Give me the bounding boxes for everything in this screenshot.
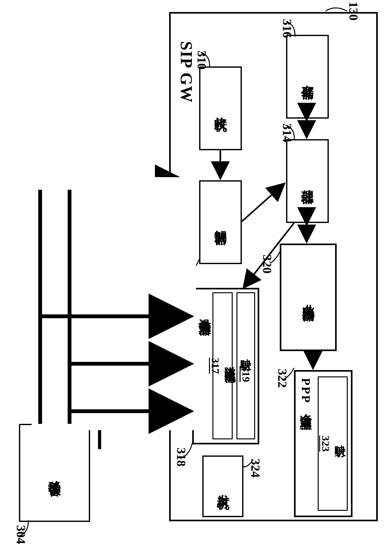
receiver-box: 接收机: [199, 66, 242, 150]
mobile-device-label: 移动设备: [46, 470, 63, 475]
receiver-label: 接收机: [212, 107, 229, 110]
reg-map-box: 映射 319: [236, 292, 255, 439]
device-registrar-label: 设备注册器: [196, 308, 213, 315]
ppp-map-box: 映射 323: [318, 376, 348, 511]
tunnel-gen-label: 隧道生成器 317: [208, 358, 237, 374]
ppp-map-label: 映射 323: [318, 436, 348, 452]
router-box: 业务路由器: [280, 244, 337, 351]
demod-box: 解调器: [199, 180, 242, 264]
mobile-device-box: 移动设备: [19, 424, 90, 522]
processor-box: 处理器: [286, 139, 329, 223]
transmitter-box: 发射机: [202, 455, 243, 517]
voice-invite-msg-label: 语音邀请消息 307: [78, 196, 95, 229]
processor-label: 处理器: [299, 179, 316, 183]
data-connect-request-label: 数据连接请求 305: [49, 196, 66, 229]
transmitter-label: 发射机: [215, 485, 231, 488]
storage-box: 存储器: [286, 35, 329, 119]
router-label: 业务路由器: [300, 294, 316, 300]
demod-label: 解调器: [212, 220, 229, 224]
sip-gw-title: SIP GW: [177, 41, 196, 103]
storage-label: 存储器: [299, 75, 316, 79]
tunnel-gen-box: 隧道生成器 317: [212, 292, 233, 439]
reg-map-label: 映射 319: [238, 350, 253, 382]
ppp-label: PPPPPP会话建立器会话建立器: [298, 378, 314, 410]
